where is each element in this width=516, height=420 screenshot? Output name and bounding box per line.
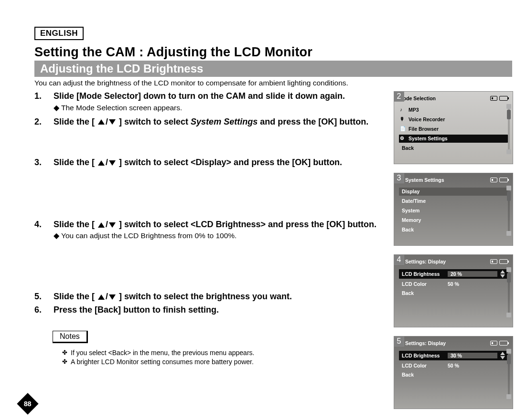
menu-item-system: System [399,207,508,215]
step-badge: 4 [394,254,404,265]
color-value: 50 % [448,363,505,368]
step-text: Slide the [ / ] switch to select System … [54,117,378,127]
up-icon [98,119,105,125]
status-icons [490,96,508,101]
menu-list: Display Date/Time System Memory Back [394,186,513,237]
section-intro: You can adjust the brightness of the LCD… [34,79,500,87]
card-icon [490,96,497,101]
card-icon [490,178,497,182]
step-4: 4. Slide the [ / ] switch to select <LCD… [34,220,378,241]
scrollbar [508,106,510,152]
menu-back: Back [399,226,508,234]
brightness-value: 30 % [448,353,497,358]
screenshot-4: 4 ⚙ Settings: Display LCD Brightness 20 … [394,254,512,327]
screen-title: ⚙ System Settings [399,177,444,183]
down-icon [109,294,116,300]
row-lcd-color: LCD Color 50 % [399,280,508,288]
screenshot-2: 2 Mode Selection ♪MP3 🎙Voice Recorder 📄F… [394,91,512,164]
system-settings-emph: System Settings [191,117,258,126]
notes-list: If you select <Back> in the menu, the pr… [62,349,378,366]
up-icon [98,160,105,166]
status-icons [490,178,508,182]
manual-page: ENGLISH Setting the CAM : Adjusting the … [0,0,516,420]
music-icon: ♪ [400,106,402,113]
up-icon [98,294,105,300]
row-lcd-brightness: LCD Brightness 20 % [399,269,508,279]
card-icon [490,341,497,346]
down-icon [109,119,116,125]
row-lcd-brightness: LCD Brightness 30 % [399,351,508,360]
status-icons [490,259,508,264]
steps-column: 1. Slide [Mode Selector] down to turn on… [34,91,378,367]
battery-icon [499,96,508,101]
scrollbar [508,188,510,234]
step-number: 6. [34,305,47,315]
step-text: Press the [Back] button to finish settin… [54,305,378,315]
step-1: 1. Slide [Mode Selector] down to turn on… [34,91,378,127]
card-icon [490,259,497,264]
menu-item-system-settings: ⚙System Settings [399,135,508,143]
up-icon [500,270,505,273]
down-icon [109,160,116,166]
step-note: ◆ The Mode Selection screen appears. [54,104,378,112]
screen-title: Mode Selection [399,95,436,101]
menu-back: Back [399,371,508,378]
note-item: A brighter LCD Monitor setting consumes … [62,358,378,366]
step-number: 2. [34,117,47,127]
menu-item-display: Display [399,188,508,196]
up-icon [98,222,105,228]
screen-title: ⚙ Settings: Display [399,259,446,264]
mic-icon: 🎙 [400,116,405,122]
gear-icon: ⚙ [400,135,404,141]
screenshot-5: 5 ⚙ Settings: Display LCD Brightness 30 … [394,336,512,409]
page-title: Setting the CAM : Adjusting the LCD Moni… [34,45,500,60]
step-number: 5. [34,292,47,302]
step-number: 4. [34,220,47,230]
screen-title: ⚙ Settings: Display [399,340,446,346]
content-columns: 1. Slide [Mode Selector] down to turn on… [34,91,512,409]
menu-item-datetime: Date/Time [399,197,508,205]
screenshots-column: 2 Mode Selection ♪MP3 🎙Voice Recorder 📄F… [383,91,512,409]
step-number: 3. [34,158,47,168]
language-label: ENGLISH [34,27,84,40]
scrollbar [508,351,510,397]
step-text: Slide the [ / ] switch to select the bri… [54,292,378,302]
step-text: Slide the [ / ] switch to select <LCD Br… [54,220,378,230]
step-badge: 5 [394,336,404,346]
status-icons [490,341,508,346]
step-badge: 3 [394,173,404,183]
menu-back: Back [399,144,508,152]
menu-list: LCD Brightness 30 % LCD Color 50 % Back [394,349,513,381]
notes-heading: Notes [53,331,88,343]
step-5-6: 5. Slide the [ / ] switch to select the … [34,292,378,315]
color-value: 50 % [448,281,505,287]
scrollbar [508,269,510,315]
menu-item-memory: Memory [399,216,508,224]
section-heading: Adjusting the LCD Brightness [34,61,512,77]
step-text: Slide the [ / ] switch to select <Displa… [54,158,378,168]
menu-back: Back [399,289,508,297]
step-note: ◆ You can adjust the LCD Brightness from… [54,231,378,240]
menu-item-voice: 🎙Voice Recorder [399,116,508,124]
menu-list: ♪MP3 🎙Voice Recorder 📄File Browser ⚙Syst… [394,104,513,155]
row-lcd-color: LCD Color 50 % [399,362,508,369]
menu-list: LCD Brightness 20 % LCD Color 50 % Back [394,267,513,300]
battery-icon [499,259,508,264]
screenshot-3: 3 ⚙ System Settings Display Date/Time Sy… [394,173,512,246]
down-icon [500,356,505,359]
down-icon [109,222,116,228]
step-3: 3. Slide the [ / ] switch to select <Dis… [34,158,378,168]
step-number: 1. [34,91,47,101]
brightness-value: 20 % [448,271,497,277]
doc-icon: 📄 [400,126,406,132]
up-icon [500,352,505,355]
note-item: If you select <Back> in the menu, the pr… [62,349,378,357]
battery-icon [499,341,508,346]
down-icon [500,274,505,278]
step-text: Slide [Mode Selector] down to turn on th… [54,91,378,102]
menu-item-mp3: ♪MP3 [399,106,508,114]
battery-icon [499,178,508,182]
menu-item-filebrowser: 📄File Browser [399,125,508,133]
step-badge: 2 [394,91,404,102]
